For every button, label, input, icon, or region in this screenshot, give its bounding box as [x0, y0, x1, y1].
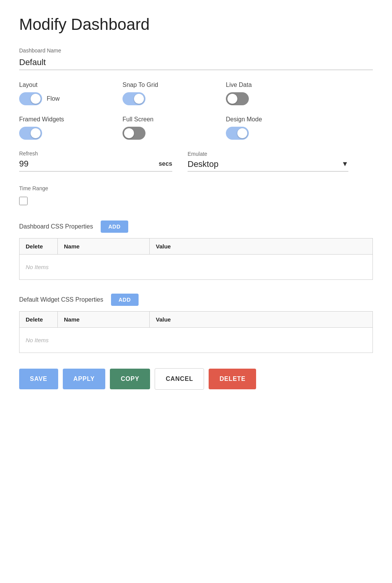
delete-button[interactable]: DELETE: [209, 369, 256, 389]
toggle-group-design-mode: Design Mode: [226, 116, 314, 140]
dashboard-css-table-empty-row: No Items: [20, 255, 373, 280]
widget-css-table-header-delete: Delete: [20, 312, 58, 328]
emulate-group: Emulate Desktop Mobile Tablet ▼: [188, 151, 348, 171]
toggle-group-full-screen: Full Screen: [122, 116, 211, 140]
refresh-input-row: secs: [19, 159, 172, 171]
dashboard-name-group: Dashboard Name: [19, 47, 373, 70]
toggle-label-snap-to-grid: Snap To Grid: [122, 82, 211, 88]
time-range-label: Time Range: [19, 185, 373, 191]
toggle-group-layout: Layout Flow: [19, 82, 107, 105]
toggle-group-framed-widgets: Framed Widgets: [19, 116, 107, 140]
dashboard-css-table-empty-cell: No Items: [20, 255, 373, 280]
save-button[interactable]: SAVE: [19, 369, 58, 389]
dashboard-css-table: Delete Name Value No Items: [19, 238, 373, 280]
dashboard-css-table-header-row: Delete Name Value: [20, 238, 373, 255]
bottom-buttons: SAVE APPLY COPY CANCEL DELETE: [19, 368, 373, 397]
toggle-inner-framed-widgets: [19, 127, 107, 140]
toggle-layout-value-label: Flow: [47, 95, 60, 102]
toggle-label-layout: Layout: [19, 82, 107, 88]
widget-css-props-section: Default Widget CSS Properties ADD Delete…: [19, 294, 373, 353]
dashboard-name-label: Dashboard Name: [19, 47, 373, 54]
dashboard-css-props-title: Dashboard CSS Properties: [19, 223, 93, 230]
toggle-live-data[interactable]: [226, 92, 249, 105]
toggle-row-2: Framed Widgets Full Screen Design Mode: [19, 116, 373, 140]
time-range-checkbox[interactable]: [19, 197, 28, 205]
refresh-group: Refresh secs: [19, 150, 172, 171]
emulate-label: Emulate: [188, 151, 348, 157]
refresh-label: Refresh: [19, 150, 172, 157]
toggle-design-mode[interactable]: [226, 127, 249, 140]
dashboard-css-table-header-value: Value: [150, 238, 373, 255]
toggle-row-1: Layout Flow Snap To Grid Live Data: [19, 82, 373, 105]
dashboard-css-table-header-delete: Delete: [20, 238, 58, 255]
time-range-section: Time Range: [19, 185, 373, 207]
refresh-unit: secs: [158, 160, 172, 167]
toggle-inner-snap-to-grid: [122, 92, 211, 105]
emulate-select[interactable]: Desktop Mobile Tablet: [188, 159, 340, 169]
toggle-inner-full-screen: [122, 127, 211, 140]
select-arrow-icon: ▼: [341, 160, 348, 168]
dashboard-name-input[interactable]: [19, 56, 373, 70]
toggle-group-live-data: Live Data: [226, 82, 314, 105]
widget-css-props-header: Default Widget CSS Properties ADD: [19, 294, 373, 306]
dashboard-css-props-section: Dashboard CSS Properties ADD Delete Name…: [19, 220, 373, 280]
widget-css-add-button[interactable]: ADD: [111, 294, 139, 306]
emulate-select-row: Desktop Mobile Tablet ▼: [188, 159, 348, 171]
toggle-group-snap-to-grid: Snap To Grid: [122, 82, 211, 105]
toggle-layout[interactable]: [19, 92, 42, 105]
toggle-full-screen[interactable]: [122, 127, 145, 140]
widget-css-table-header-name: Name: [58, 312, 150, 328]
widget-css-props-title: Default Widget CSS Properties: [19, 296, 103, 303]
widget-css-table-header-value: Value: [150, 312, 373, 328]
widget-css-table-empty-cell: No Items: [20, 328, 373, 353]
dashboard-css-props-header: Dashboard CSS Properties ADD: [19, 220, 373, 233]
refresh-emulate-row: Refresh secs Emulate Desktop Mobile Tabl…: [19, 150, 373, 171]
apply-button[interactable]: APPLY: [63, 369, 106, 389]
toggle-label-live-data: Live Data: [226, 82, 314, 88]
toggle-label-full-screen: Full Screen: [122, 116, 211, 123]
dashboard-css-table-header-name: Name: [58, 238, 150, 255]
toggle-label-design-mode: Design Mode: [226, 116, 314, 123]
dashboard-css-add-button[interactable]: ADD: [101, 220, 128, 233]
copy-button[interactable]: COPY: [110, 369, 150, 389]
widget-css-table-empty-row: No Items: [20, 328, 373, 353]
widget-css-table-header-row: Delete Name Value: [20, 312, 373, 328]
toggle-inner-live-data: [226, 92, 314, 105]
toggle-snap-to-grid[interactable]: [122, 92, 145, 105]
toggle-inner-design-mode: [226, 127, 314, 140]
toggle-framed-widgets[interactable]: [19, 127, 42, 140]
widget-css-table: Delete Name Value No Items: [19, 311, 373, 353]
toggle-label-framed-widgets: Framed Widgets: [19, 116, 107, 123]
refresh-input[interactable]: [19, 159, 155, 169]
page-title: Modify Dashboard: [19, 15, 373, 34]
cancel-button[interactable]: CANCEL: [155, 368, 204, 390]
toggle-inner-layout: Flow: [19, 92, 107, 105]
